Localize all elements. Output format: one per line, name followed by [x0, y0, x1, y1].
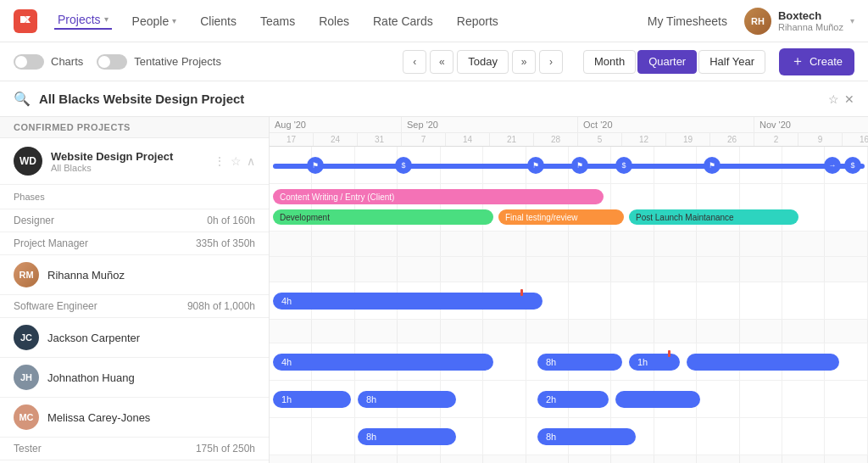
role-name-designer: Designer — [14, 215, 54, 226]
milestone-5: $ — [615, 157, 632, 174]
nav-reports[interactable]: Reports — [453, 14, 502, 28]
today-button[interactable]: Today — [457, 50, 509, 74]
more-icon[interactable]: ⋮ — [214, 154, 225, 168]
month-aug: Aug '20 17 24 31 — [270, 117, 402, 146]
role-row-designer: Designer 0h of 160h — [0, 209, 269, 232]
my-timesheets-link[interactable]: My Timesheets — [648, 14, 727, 28]
nav-people[interactable]: People ▾ — [129, 14, 181, 28]
main-timeline-bar — [273, 164, 865, 169]
gantt-header: Aug '20 17 24 31 Sep '20 7 14 21 28 — [270, 117, 868, 147]
half-year-button[interactable]: Half Year — [698, 50, 765, 74]
main-content: Confirmed Projects WD Website Design Pro… — [0, 117, 868, 463]
people-arrow-icon: ▾ — [172, 16, 176, 25]
nav-teams[interactable]: Teams — [257, 14, 298, 28]
week-2: 2 — [754, 133, 798, 146]
project-row[interactable]: WD Website Design Project All Blacks ⋮ ☆… — [0, 138, 269, 185]
period-buttons: Month Quarter Half Year — [583, 50, 765, 74]
week-24: 24 — [314, 133, 358, 146]
person-row-rihanna[interactable]: RM Rihanna Muñoz — [0, 255, 269, 295]
week-16: 16 — [843, 133, 868, 146]
user-profile[interactable]: RH Boxtech Rihanna Muñoz ▾ — [744, 8, 854, 35]
gantt-project-row: ⚑ $ ⚑ ⚑ $ ⚑ → $ — [270, 147, 868, 184]
star-button[interactable]: ☆ — [828, 92, 839, 106]
month-oct: Oct '20 5 12 19 26 — [578, 117, 754, 146]
phase-testing: Final testing/review — [498, 209, 624, 225]
person-name-jackson: Jackson Carpenter — [47, 332, 140, 344]
rihanna-overrun-marker — [520, 289, 523, 296]
quarter-button[interactable]: Quarter — [637, 50, 697, 74]
top-nav: Projects ▾ People ▾ Clients Teams Roles … — [0, 0, 868, 42]
gantt-se-row — [270, 320, 868, 343]
bar-johnathon-2: 8h — [358, 391, 456, 408]
bar-johnathon-4 — [615, 391, 700, 408]
gantt-jackson-row: 4h 8h 1h — [270, 343, 868, 381]
bar-johnathon-3: 2h — [537, 391, 609, 408]
tentative-toggle[interactable] — [97, 54, 127, 70]
star-icon[interactable]: ☆ — [231, 154, 242, 168]
milestone-4: ⚑ — [571, 157, 588, 174]
user-dropdown-icon: ▾ — [850, 16, 854, 25]
app-logo[interactable] — [14, 9, 37, 33]
bar-jackson-3: 1h — [629, 354, 680, 371]
phase-development: Development — [273, 209, 493, 225]
person-row-melissa[interactable]: MC Melissa Carey-Jones — [0, 398, 269, 438]
search-icon: 🔍 — [14, 91, 31, 107]
bar-melissa-1: 8h — [358, 428, 456, 445]
nav-rate-cards[interactable]: Rate Cards — [370, 14, 437, 28]
gantt-melissa-row: 8h 8h — [270, 418, 868, 455]
month-sep: Sep '20 7 14 21 28 — [402, 117, 578, 146]
aug-weeks: 17 24 31 — [270, 133, 402, 146]
create-button[interactable]: ＋ Create — [779, 48, 854, 75]
phase-content-writing: Content Writing / Entry (Client) — [273, 189, 604, 204]
month-oct-label: Oct '20 — [578, 117, 754, 133]
gantt-tester-row — [270, 455, 868, 463]
role-hours-designer: 0h of 160h — [207, 215, 255, 226]
role-row-pm: Project Manager 335h of 350h — [0, 232, 269, 255]
person-row-jackson[interactable]: JC Jackson Carpenter — [0, 318, 269, 358]
person-name-melissa: Melissa Carey-Jones — [47, 411, 150, 424]
nav-projects[interactable]: Projects ▾ — [54, 13, 112, 30]
month-aug-label: Aug '20 — [270, 117, 402, 133]
week-21: 21 — [490, 133, 534, 146]
month-button[interactable]: Month — [583, 50, 636, 74]
month-nov: Nov '20 2 9 16 — [754, 117, 868, 146]
week-7: 7 — [402, 133, 446, 146]
nav-clients[interactable]: Clients — [197, 14, 240, 28]
milestone-1: ⚑ — [307, 157, 324, 174]
person-row-johnathon[interactable]: JH Johnathon Huang — [0, 358, 269, 398]
project-info: Website Design Project All Blacks — [51, 150, 205, 173]
search-input[interactable] — [39, 92, 820, 106]
nav-roles[interactable]: Roles — [315, 14, 353, 28]
role-name-pm: Project Manager — [14, 237, 88, 249]
charts-toggle-group: Charts — [14, 54, 83, 70]
charts-toggle[interactable] — [14, 54, 44, 70]
role-hours-se: 908h of 1,000h — [187, 300, 255, 312]
avatar: RH — [744, 8, 771, 35]
next-next-button[interactable]: » — [512, 50, 536, 74]
collapse-icon[interactable]: ∧ — [247, 154, 255, 168]
phase-post-launch: Post Launch Maintanance — [629, 209, 798, 225]
gantt-phases-row: Content Writing / Entry (Client) Develop… — [270, 184, 868, 232]
week-14: 14 — [446, 133, 490, 146]
search-bar: 🔍 ☆ ✕ — [0, 81, 868, 117]
person-name-johnathon: Johnathon Huang — [47, 371, 135, 384]
milestone-6: ⚑ — [704, 157, 721, 174]
search-actions: ☆ ✕ — [828, 92, 854, 106]
projects-arrow-icon: ▾ — [104, 14, 108, 24]
week-17: 17 — [270, 133, 314, 146]
prev-button[interactable]: ‹ — [403, 50, 426, 74]
clear-button[interactable]: ✕ — [844, 92, 854, 106]
milestone-end: → $ — [824, 157, 861, 174]
next-button[interactable]: › — [539, 50, 563, 74]
toolbar: Charts Tentative Projects ‹ « Today » › … — [0, 42, 868, 81]
prev-prev-button[interactable]: « — [430, 50, 453, 74]
tentative-toggle-group: Tentative Projects — [97, 54, 221, 70]
plus-icon: ＋ — [791, 53, 804, 70]
gantt-designer-row — [270, 232, 868, 257]
gantt-rihanna-row: 4h — [270, 282, 868, 320]
bar-jackson-2: 8h — [537, 354, 622, 371]
week-31: 31 — [358, 133, 402, 146]
week-19: 19 — [666, 133, 710, 146]
bar-rihanna: 4h — [273, 293, 542, 310]
bar-jackson-1: 4h — [273, 354, 493, 371]
